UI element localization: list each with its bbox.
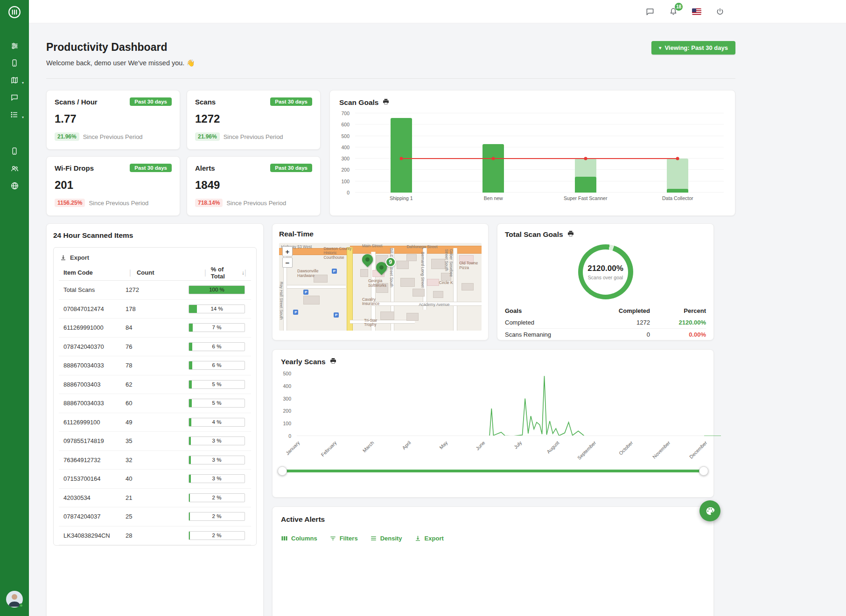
y-tick-label: 100 <box>283 421 291 426</box>
year-range-slider[interactable] <box>282 466 704 476</box>
count-cell: 49 <box>125 419 189 426</box>
sidebar-item-device[interactable] <box>5 57 24 69</box>
item-code-cell: 07153700164 <box>59 475 125 482</box>
viewing-range-label: Viewing: Past 30 days <box>664 44 728 51</box>
chat-icon[interactable] <box>644 6 656 17</box>
sidebar-item-lists[interactable]: ▾ <box>5 109 24 120</box>
zoom-in-button[interactable]: + <box>282 246 293 256</box>
pct-cell: 6 % <box>189 342 251 351</box>
export-button[interactable]: Export <box>59 252 90 263</box>
printer-icon[interactable] <box>382 98 390 107</box>
sliders-icon <box>10 42 19 50</box>
sidebar-item-globe[interactable] <box>5 180 24 191</box>
map-building <box>461 283 474 290</box>
sidebar-item-maps[interactable]: ▾ <box>5 75 24 86</box>
pct-bar-label: 7 % <box>189 324 245 332</box>
item-code-cell: Total Scans <box>59 286 125 293</box>
card-title: Total Scan Goals <box>505 230 563 239</box>
completed-value: 0 <box>589 331 650 338</box>
columns-button[interactable]: Columns <box>281 535 317 542</box>
y-tick-label: 400 <box>283 383 291 389</box>
globe-icon <box>10 181 19 190</box>
pct-cell: 2 % <box>189 493 251 502</box>
map-street-label: Dawson County Historic Courthouse <box>323 247 351 260</box>
map-canvas[interactable]: + − Highway 53 WestDawson County Histori… <box>279 243 482 331</box>
chat-icon <box>10 93 19 102</box>
map-street-label: Bernard Long Street <box>420 252 425 288</box>
slider-handle-end[interactable] <box>699 466 708 476</box>
toolbar-label: Density <box>380 535 402 542</box>
density-button[interactable]: Density <box>370 535 402 542</box>
smartphone-icon <box>10 147 19 155</box>
y-tick-label: 300 <box>341 156 350 161</box>
table-row: 07874204037252 % <box>59 507 251 526</box>
x-category-label: Ben new <box>447 195 540 201</box>
viewing-range-button[interactable]: ▾ Viewing: Past 30 days <box>651 41 735 55</box>
export-button[interactable]: Export <box>414 535 444 542</box>
filter-button[interactable]: Filters <box>329 535 358 542</box>
column-header-pct[interactable]: % of Total↓ <box>211 266 245 280</box>
columns-icon <box>281 535 288 542</box>
zoom-out-button[interactable]: − <box>282 257 293 268</box>
column-header-count: Count <box>136 269 200 276</box>
logout-power-icon[interactable] <box>714 6 726 17</box>
export-icon <box>414 535 421 542</box>
table-row: 611269991000847 % <box>59 318 251 338</box>
table-row: 07153700164403 % <box>59 470 251 489</box>
printer-icon[interactable] <box>329 357 337 366</box>
notifications-bell-icon[interactable]: 18 <box>668 6 679 17</box>
user-avatar[interactable] <box>6 591 23 608</box>
map-icon <box>10 76 19 84</box>
sidebar-item-mobile[interactable] <box>5 145 24 157</box>
language-flag-icon[interactable] <box>691 6 702 17</box>
count-cell: 78 <box>125 362 189 369</box>
pct-bar-label: 5 % <box>189 399 245 407</box>
y-tick-label: 100 <box>341 179 350 184</box>
sidebar-item-filters[interactable] <box>5 40 24 51</box>
toolbar-label: Filters <box>340 535 358 542</box>
notification-badge: 18 <box>675 3 683 11</box>
stat-value: 1272 <box>195 112 312 125</box>
sidebar-item-chat[interactable] <box>5 92 24 103</box>
goals-header: Goals <box>505 307 589 314</box>
stat-delta-note: Since Previous Period <box>226 200 286 207</box>
pct-bar: 4 % <box>189 418 245 427</box>
scanned-items-body: Total Scans1272100 %07084701247417814 %6… <box>59 281 251 545</box>
goal-line-marker <box>676 157 679 160</box>
pct-bar: 5 % <box>189 380 245 389</box>
page-title: Productivity Dashboard <box>46 41 735 54</box>
column-header-item-code: Item Code <box>59 269 125 276</box>
app-logo[interactable] <box>0 0 29 24</box>
table-row: 61126999100494 % <box>59 413 251 432</box>
sidebar-item-users[interactable] <box>5 163 24 174</box>
y-tick-label: 200 <box>341 167 350 173</box>
month-label: October <box>607 440 634 467</box>
item-code-cell: 097855174819 <box>59 437 125 444</box>
pct-bar-label: 3 % <box>189 475 245 483</box>
map-cluster-badge[interactable]: 9 <box>385 257 396 267</box>
table-row: 097855174819353 % <box>59 432 251 451</box>
parking-icon: P <box>332 269 337 274</box>
filter-icon <box>329 535 336 542</box>
table-row: 888670034033786 % <box>59 356 251 375</box>
slider-track[interactable] <box>282 470 704 472</box>
card-title: Active Alerts <box>281 515 325 523</box>
item-code-cell: 078742040370 <box>59 343 125 350</box>
x-category-label: Super Fast Scanner <box>539 195 632 201</box>
map-building <box>360 269 368 277</box>
map-building <box>400 278 414 287</box>
map-street-label: Bill Elliott Street South <box>389 248 393 287</box>
map-building <box>303 296 320 305</box>
goal-line-marker <box>584 157 587 160</box>
pct-bar-label: 2 % <box>189 532 245 540</box>
table-row: Total Scans1272100 % <box>59 281 251 300</box>
parking-icon: P <box>293 310 298 315</box>
theme-fab[interactable] <box>699 500 720 521</box>
printer-icon[interactable] <box>567 230 574 239</box>
stat-delta-badge: 21.96% <box>195 132 220 141</box>
pct-bar: 3 % <box>189 474 245 483</box>
table-row: 888670034033605 % <box>59 394 251 413</box>
online-status-dot <box>19 603 23 608</box>
slider-handle-start[interactable] <box>278 466 287 476</box>
pct-bar: 5 % <box>189 399 245 408</box>
